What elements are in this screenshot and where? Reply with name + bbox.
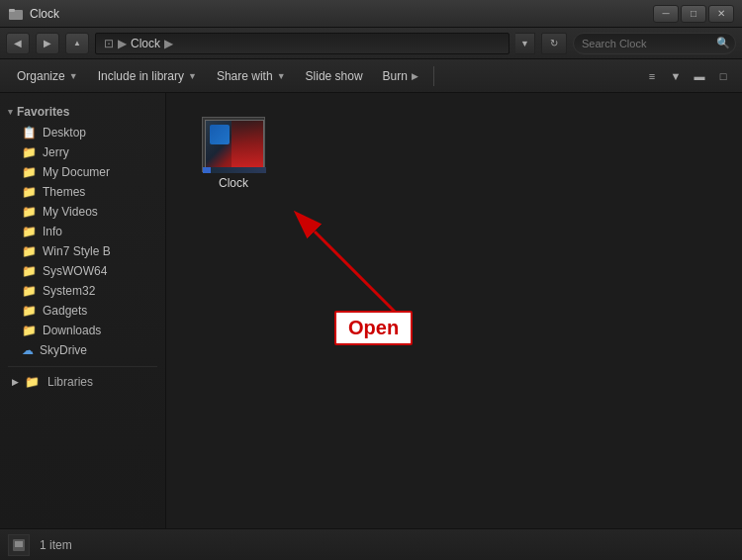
thumbnail-preview bbox=[203, 118, 266, 173]
themes-icon: 📁 bbox=[22, 185, 37, 199]
search-icon: 🔍 bbox=[716, 37, 730, 49]
libraries-arrow: ▶ bbox=[12, 377, 19, 387]
up-button[interactable]: ▲ bbox=[65, 33, 89, 54]
thumb-taskbar bbox=[203, 167, 266, 173]
address-dropdown[interactable]: ▼ bbox=[515, 33, 535, 54]
thumb-start-btn bbox=[203, 167, 211, 173]
file-item-clock[interactable]: Clock bbox=[194, 113, 273, 194]
slide-show-button[interactable]: Slide show bbox=[297, 63, 372, 89]
annotation-arrow bbox=[245, 172, 443, 340]
thumb-red-area bbox=[232, 121, 263, 168]
file-thumbnail bbox=[202, 117, 265, 172]
view-tiles-button[interactable]: □ bbox=[712, 65, 734, 87]
burn-chevron: ▶ bbox=[412, 71, 418, 81]
window-icon bbox=[8, 6, 24, 22]
sidebar-item-syswow64[interactable]: 📁 SysWOW64 bbox=[0, 261, 165, 281]
main-content: ▾ Favorites 📋 Desktop 📁 Jerry 📁 My Docum… bbox=[0, 93, 742, 528]
sidebar-item-desktop[interactable]: 📋 Desktop bbox=[0, 123, 165, 142]
sidebar-item-my-documents[interactable]: 📁 My Documer bbox=[0, 162, 165, 182]
sidebar-divider bbox=[8, 366, 157, 367]
status-bar: 1 item bbox=[0, 528, 742, 560]
maximize-button[interactable]: □ bbox=[681, 5, 706, 23]
share-chevron: ▼ bbox=[277, 71, 286, 81]
sidebar-item-win7-style[interactable]: 📁 Win7 Style B‌ bbox=[0, 241, 165, 261]
status-icon bbox=[8, 534, 30, 556]
svg-line-3 bbox=[315, 232, 404, 321]
open-label: Open bbox=[334, 311, 413, 345]
gadgets-label: Gadgets bbox=[43, 304, 87, 318]
include-chevron: ▼ bbox=[188, 71, 197, 81]
thumb-window-bg bbox=[205, 120, 264, 169]
syswow64-label: SysWOW64 bbox=[43, 264, 107, 278]
favorites-arrow: ▾ bbox=[8, 107, 13, 117]
close-button[interactable]: ✕ bbox=[708, 5, 734, 23]
minimize-button[interactable]: ─ bbox=[653, 5, 679, 23]
sidebar-item-skydrive[interactable]: ☁ SkyDrive bbox=[0, 340, 165, 360]
my-videos-label: My Videos bbox=[43, 205, 98, 219]
title-bar-controls: ─ □ ✕ bbox=[653, 5, 734, 23]
thumb-windows-logo bbox=[210, 125, 230, 144]
syswow64-icon: 📁 bbox=[22, 264, 37, 278]
forward-button[interactable]: ▶ bbox=[36, 33, 59, 54]
address-path[interactable]: ⊡ ▶ Clock ▶ bbox=[95, 33, 510, 54]
view-dropdown-button[interactable]: ▼ bbox=[665, 65, 687, 87]
toolbar-separator bbox=[433, 66, 434, 86]
refresh-button[interactable]: ↻ bbox=[541, 33, 567, 54]
view-details-button[interactable]: ▬ bbox=[689, 65, 710, 87]
desktop-icon: 📋 bbox=[22, 126, 37, 140]
jerry-icon: 📁 bbox=[22, 145, 37, 159]
libraries-icon: 📁 bbox=[25, 375, 40, 389]
gadgets-icon: 📁 bbox=[22, 304, 37, 318]
path-root: Clock bbox=[131, 37, 160, 50]
my-documents-icon: 📁 bbox=[22, 165, 37, 179]
status-file-icon bbox=[12, 538, 26, 552]
window-title: Clock bbox=[30, 7, 59, 21]
sidebar-item-system32[interactable]: 📁 System32 bbox=[0, 281, 165, 301]
sidebar-item-my-videos[interactable]: 📁 My Videos bbox=[0, 202, 165, 222]
organize-button[interactable]: Organize ▼ bbox=[8, 63, 87, 89]
win7-icon: 📁 bbox=[22, 244, 37, 258]
title-bar-left: Clock bbox=[8, 6, 59, 22]
sidebar-item-info[interactable]: 📁 Info bbox=[0, 222, 165, 241]
my-videos-icon: 📁 bbox=[22, 205, 37, 219]
downloads-icon: 📁 bbox=[22, 324, 37, 337]
search-input[interactable] bbox=[582, 38, 710, 49]
search-box[interactable]: 🔍 bbox=[573, 33, 736, 54]
win7-label: Win7 Style B‌ bbox=[43, 244, 111, 258]
jerry-label: Jerry bbox=[43, 145, 69, 159]
libraries-header[interactable]: ▶ 📁 Libraries bbox=[0, 371, 165, 393]
back-button[interactable]: ◀ bbox=[6, 33, 30, 54]
sidebar-item-gadgets[interactable]: 📁 Gadgets bbox=[0, 301, 165, 321]
system32-label: System32 bbox=[43, 284, 95, 298]
path-separator: ▶ bbox=[118, 37, 127, 50]
my-documents-label: My Documer bbox=[43, 165, 110, 179]
title-bar: Clock ─ □ ✕ bbox=[0, 0, 742, 28]
sidebar: ▾ Favorites 📋 Desktop 📁 Jerry 📁 My Docum… bbox=[0, 93, 166, 528]
sidebar-item-themes[interactable]: 📁 Themes bbox=[0, 182, 165, 202]
favorites-section: ▾ Favorites 📋 Desktop 📁 Jerry 📁 My Docum… bbox=[0, 99, 165, 362]
include-in-library-button[interactable]: Include in library ▼ bbox=[89, 63, 206, 89]
toolbar: Organize ▼ Include in library ▼ Share wi… bbox=[0, 59, 742, 93]
share-with-button[interactable]: Share with ▼ bbox=[208, 63, 295, 89]
sidebar-item-jerry[interactable]: 📁 Jerry bbox=[0, 142, 165, 162]
libraries-label: Libraries bbox=[47, 375, 93, 389]
favorites-label: Favorites bbox=[17, 105, 69, 119]
toolbar-view-controls: ≡ ▼ ▬ □ bbox=[641, 65, 734, 87]
file-label: Clock bbox=[219, 176, 248, 190]
file-view: Clock Open bbox=[166, 93, 742, 528]
sidebar-item-downloads[interactable]: 📁 Downloads bbox=[0, 321, 165, 340]
info-icon: 📁 bbox=[22, 225, 37, 238]
desktop-label: Desktop bbox=[43, 126, 86, 140]
address-bar: ◀ ▶ ▲ ⊡ ▶ Clock ▶ ▼ ↻ 🔍 bbox=[0, 28, 742, 59]
path-separator-2: ▶ bbox=[164, 37, 173, 50]
favorites-header[interactable]: ▾ Favorites bbox=[0, 101, 165, 123]
skydrive-label: SkyDrive bbox=[40, 343, 87, 357]
system32-icon: 📁 bbox=[22, 284, 37, 298]
downloads-label: Downloads bbox=[43, 324, 101, 337]
burn-button[interactable]: Burn ▶ bbox=[374, 63, 427, 89]
path-segment: ⊡ bbox=[104, 37, 114, 50]
skydrive-icon: ☁ bbox=[22, 343, 34, 357]
svg-rect-1 bbox=[9, 9, 15, 12]
svg-rect-5 bbox=[15, 541, 23, 547]
view-list-button[interactable]: ≡ bbox=[641, 65, 663, 87]
